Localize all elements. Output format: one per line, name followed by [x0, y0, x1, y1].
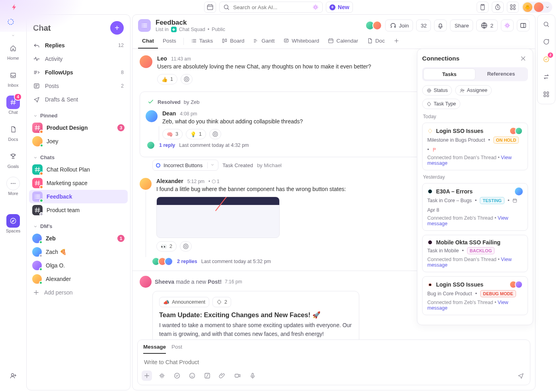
reaction-brain[interactable]: 🧠3: [162, 129, 183, 139]
section-dms[interactable]: DM's: [29, 217, 128, 232]
apps-grid-button[interactable]: [507, 2, 519, 13]
nav-spaces[interactable]: Spaces: [3, 211, 23, 237]
nav-invite[interactable]: [3, 366, 23, 386]
dm-alexander[interactable]: Alexander: [29, 272, 128, 286]
composer-video-button[interactable]: [232, 371, 243, 381]
tray-swap[interactable]: [540, 70, 553, 83]
nav-goals[interactable]: Goals: [3, 146, 23, 173]
composer-plus-button[interactable]: [142, 371, 152, 381]
watchers-button[interactable]: 2: [476, 20, 498, 31]
tray-activity[interactable]: 2: [540, 53, 553, 66]
composer-tab-post[interactable]: Post: [171, 344, 182, 354]
task-chip-chevron[interactable]: [207, 162, 215, 168]
chat-marketing[interactable]: Marketing space: [29, 176, 128, 190]
composer-ai-button[interactable]: [157, 371, 167, 381]
nav-more[interactable]: More: [3, 174, 23, 200]
conn-card-4[interactable]: Login SSO Issues Bug in Core Product•DEB…: [422, 276, 528, 315]
composer-tab-message[interactable]: Message: [143, 344, 166, 354]
member-avatars[interactable]: [365, 21, 382, 30]
tab-doc[interactable]: Doc: [363, 34, 389, 49]
sidebar-replies[interactable]: Replies 12: [29, 39, 128, 52]
breadcrumb-squad[interactable]: Chat Squad: [179, 27, 205, 32]
chat-rollout[interactable]: Chat Rollout Plan: [29, 163, 128, 176]
composer-emoji-button[interactable]: [187, 371, 197, 381]
tray-search[interactable]: [540, 18, 553, 31]
section-chats[interactable]: Chats: [29, 148, 128, 163]
pinned-product-design[interactable]: Product Design 3: [29, 121, 128, 135]
conn-card-3[interactable]: Mobile Okta SSO Failing Task in Mobile•B…: [422, 235, 528, 272]
toggle-panel-button[interactable]: [517, 20, 530, 31]
chat-feedback[interactable]: Feedback: [29, 190, 128, 203]
video-icon: [234, 372, 241, 379]
timer-button[interactable]: [492, 2, 504, 13]
nav-home[interactable]: Home: [3, 38, 23, 64]
seg-tasks[interactable]: Tasks: [423, 68, 475, 80]
nav-label: Inbox: [8, 83, 19, 88]
member-count[interactable]: 32: [416, 20, 431, 31]
search-input[interactable]: [232, 4, 310, 11]
composer-slash-button[interactable]: [202, 371, 212, 381]
calendar-button[interactable]: [204, 2, 216, 13]
add-person[interactable]: Add person: [29, 286, 128, 299]
filter-assignee[interactable]: Assignee: [455, 85, 491, 96]
join-button[interactable]: Join: [385, 20, 413, 31]
conn-card-1[interactable]: Login SSO Issues Milestone in Bugs Produ…: [422, 123, 528, 170]
reaction-thumbs-up[interactable]: 👍1: [157, 74, 177, 84]
dm-zach[interactable]: Zach 🍕: [29, 245, 128, 259]
reaction-eyes[interactable]: 👀2: [156, 241, 177, 252]
chevron-down-icon[interactable]: [11, 33, 15, 37]
conn-card-2[interactable]: E30A – Errors Task in Core – Bugs•TESTIN…: [422, 183, 528, 231]
message-task-count: • ⬡ 1: [208, 179, 220, 184]
chat-product-team[interactable]: Product team: [29, 203, 128, 217]
sidebar-followups[interactable]: FollowUps 8: [29, 66, 128, 79]
tab-gantt[interactable]: Gantt: [249, 34, 278, 49]
tag-attachments[interactable]: 2: [212, 297, 231, 307]
composer-mic-button[interactable]: [247, 371, 258, 381]
search-bar[interactable]: [219, 2, 323, 13]
pinned-joey[interactable]: Joey: [29, 135, 128, 148]
clipboard-button[interactable]: [477, 2, 489, 13]
tray-apps[interactable]: [540, 88, 553, 101]
tag-announcement[interactable]: 📣Announcement: [159, 297, 209, 307]
add-reaction-button[interactable]: [209, 129, 221, 139]
share-button[interactable]: Share: [450, 20, 473, 31]
section-pinned[interactable]: Pinned: [29, 106, 128, 121]
composer-send-button[interactable]: [516, 371, 526, 381]
nav-inbox[interactable]: Inbox: [3, 65, 23, 92]
composer-task-button[interactable]: [172, 371, 182, 381]
dm-zeb[interactable]: Zeb 1: [29, 232, 128, 245]
tab-tasks[interactable]: Tasks: [187, 34, 217, 49]
reply-count-link[interactable]: 2 replies: [177, 259, 197, 264]
sidebar-drafts[interactable]: Drafts & Sent: [29, 93, 128, 106]
close-button[interactable]: [518, 54, 528, 63]
dm-olga[interactable]: Olga O.: [29, 259, 128, 272]
task-chip[interactable]: Incorrect Buttons: [152, 160, 218, 171]
tab-whiteboard[interactable]: Whiteboard: [279, 34, 323, 49]
new-button[interactable]: + New: [326, 2, 353, 13]
add-reaction-button[interactable]: [180, 241, 192, 252]
image-attachment[interactable]: [156, 197, 280, 238]
sidebar-posts[interactable]: Posts 2: [29, 79, 128, 93]
tab-chat[interactable]: Chat: [138, 34, 158, 49]
reply-count-link[interactable]: 1 reply: [159, 142, 175, 148]
composer-attach-button[interactable]: [217, 371, 228, 381]
notifications-button[interactable]: [434, 20, 447, 31]
add-view-button[interactable]: [390, 34, 403, 49]
filter-status[interactable]: Status: [422, 85, 452, 96]
tab-calendar[interactable]: Calendar: [324, 34, 362, 49]
nav-chat[interactable]: Chat 4: [3, 92, 23, 119]
sidebar-activity[interactable]: Activity: [29, 52, 128, 66]
ai-button[interactable]: [501, 20, 514, 31]
filter-tasktype[interactable]: Task Type: [422, 99, 460, 109]
seg-references[interactable]: References: [475, 68, 527, 80]
nav-docs[interactable]: Docs: [3, 119, 23, 146]
post-card[interactable]: 📣Announcement 2 Team Update: Exciting Ch…: [152, 291, 359, 339]
add-reaction-button[interactable]: [181, 74, 193, 84]
composer-input[interactable]: [143, 359, 524, 366]
profile-chip[interactable]: 🐥: [522, 2, 552, 13]
reaction-bulb[interactable]: 💡1: [186, 129, 206, 139]
tab-board[interactable]: Board: [218, 34, 248, 49]
new-chat-button[interactable]: +: [110, 21, 124, 35]
tab-posts[interactable]: Posts: [159, 34, 180, 49]
tray-chat[interactable]: [540, 35, 553, 48]
